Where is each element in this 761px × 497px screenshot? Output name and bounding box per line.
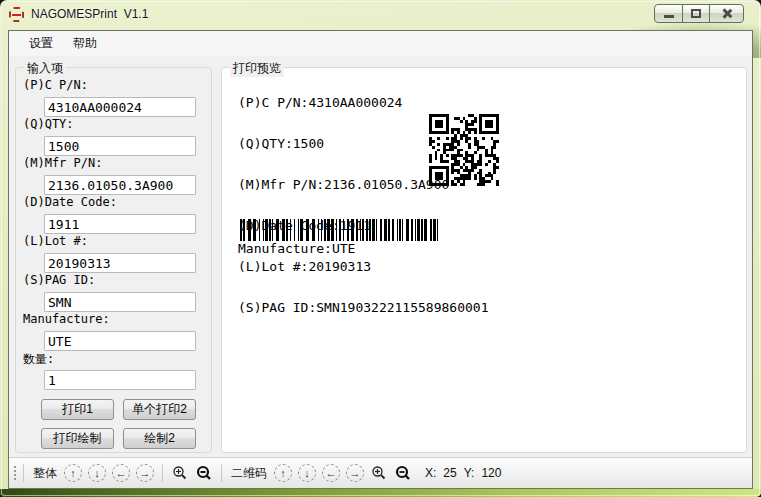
bottom-frame-strip — [0, 489, 761, 497]
minimize-button[interactable] — [654, 4, 683, 23]
pag-id-input[interactable] — [44, 292, 196, 312]
cpn-input[interactable] — [44, 97, 196, 117]
arrow-up-icon: ↑ — [70, 468, 76, 479]
draw2-button[interactable]: 绘制2 — [123, 428, 196, 449]
qrcode-move-down-button[interactable]: ↓ — [298, 464, 316, 482]
minimize-icon — [664, 15, 674, 18]
print1-button[interactable]: 打印1 — [41, 399, 114, 420]
app-window: NAGOMESPrint V1.1 设置 帮助 输入项 (P)C P/N: (Q… — [0, 0, 761, 497]
coordinates-readout: X:25Y:120 — [425, 466, 508, 480]
x-value: 25 — [443, 466, 456, 480]
preview-manufacture-line: Manufacture:UTE — [238, 241, 355, 256]
field-label-manufacture: Manufacture: — [23, 312, 110, 326]
overall-zoom-in-button[interactable] — [171, 464, 189, 482]
close-icon — [721, 8, 732, 19]
adjustment-toolbar: 整体 ↑ ↓ ← → 二维码 ↑ ↓ ← → X:25Y:120 — [9, 457, 752, 488]
overall-move-up-button[interactable]: ↑ — [64, 464, 82, 482]
field-label-pagid: (S)PAG ID: — [23, 273, 95, 287]
y-label: Y: — [464, 466, 475, 480]
toolbar-separator — [221, 464, 222, 482]
menu-item-settings[interactable]: 设置 — [19, 32, 63, 55]
preview-line: (P)C P/N:4310AA000024 — [238, 95, 402, 110]
arrow-up-icon: ↑ — [280, 468, 286, 479]
field-label-quantity: 数量: — [23, 351, 54, 368]
arrow-left-icon: ← — [326, 468, 337, 479]
overall-move-right-button[interactable]: → — [136, 464, 154, 482]
arrow-down-icon: ↓ — [304, 468, 310, 479]
toolbar-grip-handle[interactable] — [13, 465, 18, 481]
toolbar-separator — [23, 464, 24, 482]
field-label-mfr: (M)Mfr P/N: — [23, 156, 102, 170]
maximize-icon — [691, 9, 701, 18]
app-icon — [9, 7, 24, 22]
quantity-input[interactable] — [44, 370, 196, 390]
mfr-pn-input[interactable] — [44, 175, 196, 195]
qrcode-zoom-in-button[interactable] — [370, 464, 388, 482]
client-area: 设置 帮助 输入项 (P)C P/N: (Q)QTY: (M)Mfr P/N: … — [8, 30, 753, 489]
field-label-qty: (Q)QTY: — [23, 117, 74, 131]
single-print2-button[interactable]: 单个打印2 — [123, 399, 196, 420]
qrcode-group-label: 二维码 — [231, 465, 267, 482]
zoom-out-icon — [395, 465, 411, 481]
menu-item-help[interactable]: 帮助 — [63, 32, 107, 55]
qrcode-move-left-button[interactable]: ← — [322, 464, 340, 482]
arrow-right-icon: → — [350, 468, 361, 479]
preview-line: (M)Mfr P/N:2136.01050.3A900 — [238, 177, 449, 192]
qrcode-move-right-button[interactable]: → — [346, 464, 364, 482]
field-label-lot: (L)Lot #: — [23, 234, 88, 248]
qty-input[interactable] — [44, 136, 196, 156]
preview-line: (Q)QTY:1500 — [238, 136, 324, 151]
barcode — [240, 219, 439, 241]
y-value: 120 — [481, 466, 501, 480]
qrcode-zoom-out-button[interactable] — [394, 464, 412, 482]
menu-bar: 设置 帮助 — [9, 31, 752, 56]
arrow-right-icon: → — [140, 468, 151, 479]
qr-code — [429, 114, 499, 186]
zoom-out-icon — [196, 465, 212, 481]
toolbar-separator — [162, 464, 163, 482]
caption-buttons — [655, 4, 744, 23]
arrow-down-icon: ↓ — [94, 468, 100, 479]
print-draw-button[interactable]: 打印绘制 — [41, 428, 114, 449]
manufacture-input[interactable] — [44, 331, 196, 351]
window-title: NAGOMESPrint V1.1 — [31, 7, 148, 21]
titlebar[interactable]: NAGOMESPrint V1.1 — [0, 0, 761, 30]
zoom-in-icon — [172, 465, 188, 481]
field-label-datecode: (D)Date Code: — [23, 195, 117, 209]
date-code-input[interactable] — [44, 214, 196, 234]
preview-line: (L)Lot #:20190313 — [238, 259, 371, 274]
overall-move-down-button[interactable]: ↓ — [88, 464, 106, 482]
preview-group-title: 打印预览 — [230, 60, 284, 77]
input-group-title: 输入项 — [24, 60, 66, 77]
overall-zoom-out-button[interactable] — [195, 464, 213, 482]
close-button[interactable] — [709, 4, 744, 23]
maximize-button[interactable] — [682, 4, 710, 23]
overall-group-label: 整体 — [33, 465, 57, 482]
field-label-cpn: (P)C P/N: — [23, 78, 88, 92]
lot-input[interactable] — [44, 253, 196, 273]
preview-line: (S)PAG ID:SMN1903222115589860001 — [238, 300, 488, 315]
zoom-in-icon — [371, 465, 387, 481]
arrow-left-icon: ← — [116, 468, 127, 479]
x-label: X: — [425, 466, 436, 480]
overall-move-left-button[interactable]: ← — [112, 464, 130, 482]
qrcode-move-up-button[interactable]: ↑ — [274, 464, 292, 482]
